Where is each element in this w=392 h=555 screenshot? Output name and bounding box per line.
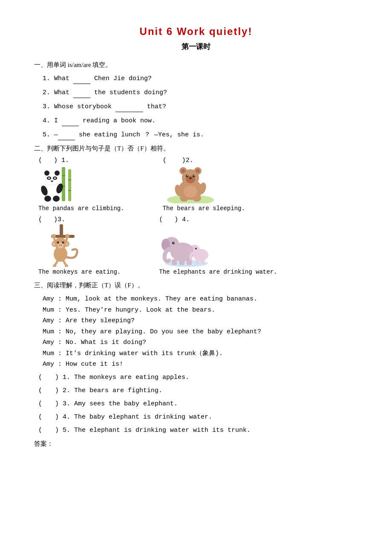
dialogue-line-6: Mum : It's drinking water with its trunk…	[43, 348, 358, 359]
svg-point-14	[51, 180, 53, 182]
svg-rect-1	[68, 169, 71, 201]
judge-q4: ( ) 4. The baby elephant is drinking wat…	[38, 412, 358, 422]
section1: 一、用单词 is/am/are 填空。 1. What Chen Jie doi…	[34, 61, 358, 140]
svg-point-49	[61, 245, 62, 246]
image-item-4: ( ) 4.	[159, 216, 277, 275]
q2: 2. What the students doing?	[43, 87, 358, 98]
image-item-1-label: ( ) 1.	[38, 157, 69, 164]
svg-point-71	[196, 248, 197, 249]
image-item-3: ( )3.	[38, 216, 121, 275]
svg-point-17	[44, 196, 51, 202]
judge-q5: ( ) 5. The elephant is drinking water wi…	[38, 425, 358, 436]
svg-point-27	[186, 175, 188, 177]
svg-point-53	[65, 234, 69, 238]
dialogue-line-7: Amy : How cute it is!	[43, 359, 358, 370]
svg-point-29	[187, 175, 188, 176]
image-item-2-label: ( )2.	[163, 157, 193, 164]
svg-rect-73	[201, 259, 205, 264]
image-item-4-label: ( ) 4.	[159, 216, 190, 223]
svg-rect-64	[172, 259, 177, 265]
svg-point-9	[55, 171, 60, 176]
image-item-1-caption: The pandas are climbing.	[38, 205, 124, 212]
svg-point-8	[44, 171, 49, 176]
dialogue-line-4: Mum : No, they are playing. Do you see t…	[43, 327, 358, 338]
section2-header: 二、判断下列图片与句子是（T）否（F）相符。	[34, 145, 358, 153]
svg-point-47	[62, 242, 64, 244]
svg-point-46	[57, 242, 59, 244]
svg-point-13	[54, 177, 56, 179]
answer-section: 答案：	[34, 440, 358, 448]
q1: 1. What Chen Jie doing?	[43, 73, 358, 84]
section1-header: 一、用单词 is/am/are 填空。	[34, 61, 358, 69]
section2: 二、判断下列图片与句子是（T）否（F）相符。 ( ) 1.	[34, 145, 358, 275]
elephant-image	[159, 224, 214, 267]
svg-point-28	[193, 175, 195, 177]
judge-q2: ( ) 2. The bears are fighting.	[38, 386, 358, 396]
image-item-3-label: ( )3.	[38, 216, 65, 223]
q3: 3. Whose storybook that?	[43, 101, 358, 112]
section1-questions: 1. What Chen Jie doing? 2. What the stud…	[43, 73, 358, 140]
section3: 三、阅读理解，判断正（T）误（F）。 Amy : Mum, look at th…	[34, 281, 358, 436]
svg-point-30	[194, 175, 195, 176]
dialogue-line-5: Amy : No. What is it doing?	[43, 337, 358, 348]
svg-point-23	[181, 169, 185, 173]
image-item-1: ( ) 1.	[38, 157, 124, 212]
q4: 4. I reading a book now.	[43, 116, 358, 126]
dialogue-line-2: Mum : Yes. They're hungry. Look at the b…	[43, 305, 358, 316]
bear-image	[163, 165, 218, 203]
dialogue-line-1: Amy : Mum, look at the monkeys. They are…	[43, 294, 358, 305]
svg-rect-0	[62, 167, 65, 201]
svg-rect-65	[179, 259, 184, 265]
svg-point-52	[52, 234, 56, 238]
svg-point-31	[189, 177, 192, 179]
svg-point-12	[48, 177, 50, 179]
panda-image	[38, 165, 87, 203]
section3-header: 三、阅读理解，判断正（T）误（F）。	[34, 281, 358, 289]
dialogue-line-3: Amy : Are they sleeping?	[43, 315, 358, 327]
image-item-2-caption: The bears are sleeping.	[163, 205, 245, 212]
dialogue-text: Amy : Mum, look at the monkeys. They are…	[43, 294, 358, 370]
image-item-2: ( )2.	[163, 157, 245, 212]
judge-questions: ( ) 1. The monkeys are eating apples. ( …	[38, 373, 358, 436]
svg-point-25	[196, 169, 200, 173]
page-title: Unit 6 Work quietly!	[34, 26, 358, 38]
svg-point-48	[59, 245, 60, 246]
svg-rect-72	[196, 259, 199, 264]
subtitle: 第一课时	[34, 42, 358, 52]
svg-point-18	[53, 196, 60, 202]
image-item-3-caption: The monkeys are eating.	[38, 269, 121, 275]
judge-q3: ( ) 3. Amy sees the baby elephant.	[38, 399, 358, 409]
svg-point-62	[172, 242, 175, 244]
judge-q1: ( ) 1. The monkeys are eating apples.	[38, 373, 358, 383]
svg-point-36	[184, 185, 197, 197]
svg-point-63	[173, 242, 174, 243]
monkey-image	[38, 224, 87, 267]
image-item-4-caption: The elephants are drinking water.	[159, 269, 277, 275]
q5: 5. — she eating lunch ？ —Yes, she is.	[43, 130, 358, 140]
